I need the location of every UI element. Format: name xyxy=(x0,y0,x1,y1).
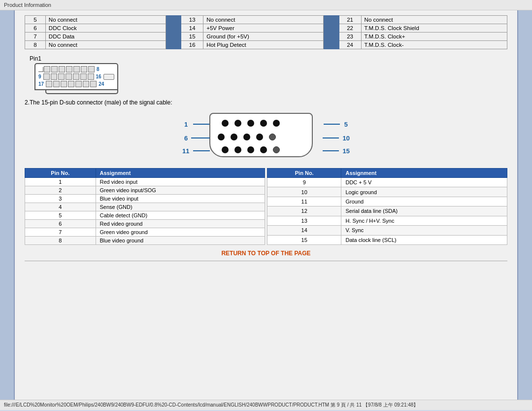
cell-assignment: Blue video ground xyxy=(96,237,265,245)
cell-assignment: H. Sync / H+V. Sync xyxy=(341,216,507,225)
cell-assignment: DDC + 5 V xyxy=(341,178,507,187)
table-row: 1 Red video input xyxy=(25,178,265,186)
bottom-bar: file:///E/LCD%20Monitor%20OEM/Philips/24… xyxy=(0,400,532,410)
divider xyxy=(25,261,507,261)
cell-assignment: Ground xyxy=(341,197,507,206)
content-area: 5 No connect 13 No connect 21 No connect… xyxy=(15,10,517,400)
cell: No connect xyxy=(361,16,507,24)
table-row: 10 Logic ground xyxy=(267,187,507,197)
cell: 8 xyxy=(25,41,46,49)
cell: 5 xyxy=(25,16,46,24)
table-row: 6 Red video ground xyxy=(25,220,265,228)
right-table-header-pinno: Pin No. xyxy=(267,169,341,178)
cell: No connect xyxy=(45,16,166,24)
cell: +5V Power xyxy=(203,24,324,33)
right-bar xyxy=(517,10,532,400)
table-row: 12 Serial data line (SDA) xyxy=(267,206,507,216)
return-link[interactable]: RETURN TO TOP OF THE PAGE xyxy=(221,250,310,257)
cell-pinno: 6 xyxy=(25,220,96,228)
cell-assignment: Serial data line (SDA) xyxy=(341,206,507,216)
cell-assignment: Red video input xyxy=(96,178,265,186)
cell-assignment: Green video input/SOG xyxy=(96,186,265,195)
cell-pinno: 10 xyxy=(267,187,341,197)
top-bar: Product Information xyxy=(0,0,532,10)
left-bar xyxy=(0,10,15,400)
blue-divider xyxy=(324,16,339,24)
blue-divider xyxy=(324,33,339,41)
top-bar-label: Product Information xyxy=(4,2,51,8)
table-row: 3 Blue video input xyxy=(25,195,265,203)
main-layout: 5 No connect 13 No connect 21 No connect… xyxy=(0,10,532,400)
cell-pinno: 5 xyxy=(25,211,96,220)
cell-pinno: 4 xyxy=(25,203,96,211)
right-table-header-assignment: Assignment xyxy=(341,169,507,178)
cell: T.M.D.S. Clock- xyxy=(361,41,507,49)
cell: No connect xyxy=(203,16,324,24)
return-link-container: RETURN TO TOP OF THE PAGE xyxy=(25,250,507,257)
pin-tables-wrapper: Pin No. Assignment 1 Red video input 2 G… xyxy=(25,168,507,245)
pin-table-left: Pin No. Assignment 1 Red video input 2 G… xyxy=(25,168,265,245)
cell-assignment: Green video ground xyxy=(96,228,265,237)
cell: No connect xyxy=(45,41,166,49)
cell-pinno: 2 xyxy=(25,186,96,195)
table-row: 2 Green video input/SOG xyxy=(25,186,265,195)
table-row: 7 Green video ground xyxy=(25,228,265,237)
cell-pinno: 14 xyxy=(267,226,341,235)
cell: 13 xyxy=(181,16,203,24)
cell-assignment: Sense (GND) xyxy=(96,203,265,211)
cell-pinno: 8 xyxy=(25,237,96,245)
left-table-header-pinno: Pin No. xyxy=(25,169,96,178)
dsub-section: 2.The 15-pin D-sub connector (male) of t… xyxy=(25,99,507,163)
cell: 22 xyxy=(339,24,361,33)
cell: 21 xyxy=(339,16,361,24)
table-row: 7 DDC Data 15 Ground (for +5V) 23 T.M.D.… xyxy=(25,33,507,41)
cell: Hot Plug Detect xyxy=(203,41,324,49)
table-row: 11 Ground xyxy=(267,197,507,206)
cell-pinno: 15 xyxy=(267,235,341,244)
cell: 15 xyxy=(181,33,203,41)
cell-pinno: 7 xyxy=(25,228,96,237)
cell: 7 xyxy=(25,33,46,41)
cell: T.M.D.S. Clock+ xyxy=(361,33,507,41)
table-row: 14 V. Sync xyxy=(267,226,507,235)
table-row: 4 Sense (GND) xyxy=(25,203,265,211)
table-row: 6 DDC Clock 14 +5V Power 22 T.M.D.S. Clo… xyxy=(25,24,507,33)
table-row: 5 No connect 13 No connect 21 No connect xyxy=(25,16,507,24)
cell-pinno: 9 xyxy=(267,178,341,187)
table-row: 13 H. Sync / H+V. Sync xyxy=(267,216,507,225)
cell-assignment: Logic ground xyxy=(341,187,507,197)
cell-pinno: 13 xyxy=(267,216,341,225)
table-row: 8 Blue video ground xyxy=(25,237,265,245)
blue-divider xyxy=(166,41,181,49)
cell-pinno: 1 xyxy=(25,178,96,186)
cell: 6 xyxy=(25,24,46,33)
blue-divider xyxy=(324,24,339,33)
blue-divider xyxy=(166,24,181,33)
cell: DDC Clock xyxy=(45,24,166,33)
dsub-container: 1 6 11 5 10 15 xyxy=(25,109,507,163)
pin-table-right: Pin No. Assignment 9 DDC + 5 V 10 Logic … xyxy=(267,168,507,245)
dsub-title: 2.The 15-pin D-sub connector (male) of t… xyxy=(25,99,507,106)
cell-pinno: 11 xyxy=(267,197,341,206)
table-row: 5 Cable detect (GND) xyxy=(25,211,265,220)
upper-table: 5 No connect 13 No connect 21 No connect… xyxy=(25,15,507,49)
left-table-header-assignment: Assignment xyxy=(96,169,265,178)
table-row: 8 No connect 16 Hot Plug Detect 24 T.M.D… xyxy=(25,41,507,49)
cell: Ground (for +5V) xyxy=(203,33,324,41)
bottom-bar-label: file:///E/LCD%20Monitor%20OEM/Philips/24… xyxy=(4,402,418,408)
blue-divider xyxy=(166,16,181,24)
table-row: 9 DDC + 5 V xyxy=(267,178,507,187)
cell-assignment: Red video ground xyxy=(96,220,265,228)
cell: 23 xyxy=(339,33,361,41)
cell: T.M.D.S. Clock Shield xyxy=(361,24,507,33)
cell-assignment: Cable detect (GND) xyxy=(96,211,265,220)
pin-diagram-area: Pin1 xyxy=(25,55,507,94)
cell-assignment: Blue video input xyxy=(96,195,265,203)
table-row: 15 Data clock line (SCL) xyxy=(267,235,507,244)
cell: DDC Data xyxy=(45,33,166,41)
cell: 16 xyxy=(181,41,203,49)
cell: 24 xyxy=(339,41,361,49)
cell-pinno: 12 xyxy=(267,206,341,216)
blue-divider xyxy=(324,41,339,49)
cell-assignment: Data clock line (SCL) xyxy=(341,235,507,244)
